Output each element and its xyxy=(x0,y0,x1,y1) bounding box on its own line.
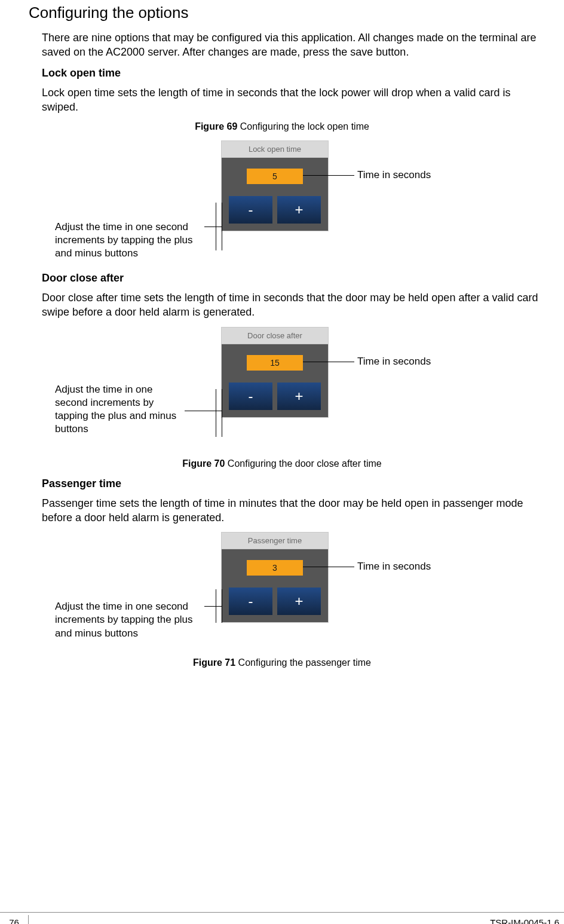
passenger-widget-body: 3 - + xyxy=(222,549,328,622)
figure-70-caption: Figure 70 Configuring the door close aft… xyxy=(24,458,540,469)
lead-line-vertical xyxy=(216,203,216,250)
plus-button[interactable]: + xyxy=(277,588,321,615)
figure-70: Door close after 15 - + Time in seconds … xyxy=(42,327,540,446)
lead-line xyxy=(204,606,222,607)
figure-69: Lock open time 5 - + Time in seconds Adj… xyxy=(42,140,540,260)
footer: 76 TSR-IM-0045-1.6 xyxy=(0,912,564,924)
page-title: Configuring the options xyxy=(29,4,540,22)
page-number: 76 xyxy=(0,915,29,924)
plus-button[interactable]: + xyxy=(277,196,321,224)
lead-line-vertical xyxy=(222,589,222,623)
lead-line-vertical xyxy=(222,389,222,437)
door-close-value: 15 xyxy=(247,355,303,371)
lead-line-vertical xyxy=(216,589,216,623)
figure-70-num: Figure 70 xyxy=(182,458,225,469)
lock-open-widget-body: 5 - + xyxy=(222,158,328,231)
figure-71-text: Configuring the passenger time xyxy=(235,657,371,668)
document-id: TSR-IM-0045-1.6 xyxy=(29,915,564,924)
door-close-widget-body: 15 - + xyxy=(222,344,328,417)
lead-line-vertical xyxy=(216,389,216,437)
passenger-heading: Passenger time xyxy=(42,478,540,490)
minus-button[interactable]: - xyxy=(229,383,272,410)
minus-button[interactable]: - xyxy=(229,196,272,224)
lead-line xyxy=(303,175,354,176)
intro-text: There are nine options that may be confi… xyxy=(42,30,540,60)
plus-button[interactable]: + xyxy=(277,383,321,410)
door-close-widget-title: Door close after xyxy=(222,328,328,344)
lock-open-widget-title: Lock open time xyxy=(222,141,328,158)
lead-line xyxy=(303,362,354,362)
figure-71: Passenger time 3 - + Time in seconds Adj… xyxy=(42,532,540,645)
lead-line xyxy=(303,567,354,567)
passenger-value: 3 xyxy=(247,560,303,576)
figure-69-caption: Figure 69 Configuring the lock open time xyxy=(24,121,540,132)
passenger-widget-title: Passenger time xyxy=(222,533,328,549)
lock-open-value: 5 xyxy=(247,169,303,184)
passenger-text: Passenger time sets the length of time i… xyxy=(42,496,540,525)
callout-adjust-buttons: Adjust the time in one second increments… xyxy=(55,221,206,260)
callout-adjust-buttons: Adjust the time in one second increments… xyxy=(55,600,206,640)
lock-open-widget: Lock open time 5 - + xyxy=(221,140,329,231)
figure-70-text: Configuring the door close after time xyxy=(225,458,381,469)
callout-time-in-seconds: Time in seconds xyxy=(357,561,431,573)
door-close-text: Door close after time sets the length of… xyxy=(42,290,540,320)
lead-line-vertical xyxy=(222,203,222,250)
figure-69-text: Configuring the lock open time xyxy=(237,121,369,131)
figure-71-num: Figure 71 xyxy=(193,657,235,668)
lock-open-heading: Lock open time xyxy=(42,67,540,79)
lead-line xyxy=(204,227,222,227)
figure-69-num: Figure 69 xyxy=(195,121,237,131)
door-close-widget: Door close after 15 - + xyxy=(221,327,329,418)
callout-time-in-seconds: Time in seconds xyxy=(357,169,431,181)
callout-adjust-buttons: Adjust the time in one second increments… xyxy=(55,383,186,436)
minus-button[interactable]: - xyxy=(229,588,272,615)
figure-71-caption: Figure 71 Configuring the passenger time xyxy=(24,657,540,668)
lock-open-text: Lock open time sets the length of time i… xyxy=(42,85,540,115)
door-close-heading: Door close after xyxy=(42,272,540,284)
passenger-widget: Passenger time 3 - + xyxy=(221,532,329,623)
callout-time-in-seconds: Time in seconds xyxy=(357,356,431,368)
